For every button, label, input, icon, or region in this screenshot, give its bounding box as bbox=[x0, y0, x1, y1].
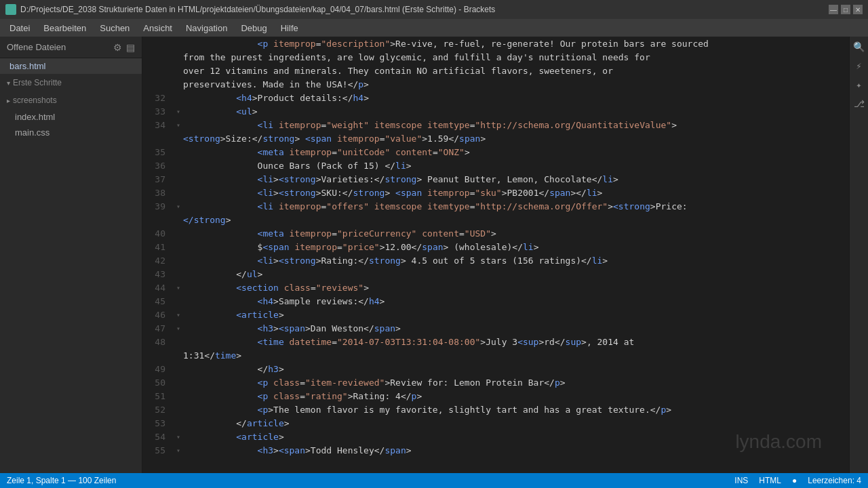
fold-button[interactable]: ▾ bbox=[174, 308, 183, 321]
sidebar-title: Offene Dateien bbox=[7, 42, 66, 52]
title-bar-text: D:/Projects/DE_2038 Strukturierte Daten … bbox=[20, 5, 495, 14]
close-button[interactable]: ✕ bbox=[853, 5, 863, 14]
menu-datei[interactable]: Datei bbox=[3, 19, 37, 37]
fold-button[interactable] bbox=[174, 348, 183, 362]
sidebar-section-screenshots[interactable]: ▸ screenshots bbox=[0, 92, 142, 109]
status-bar: Zeile 1, Spalte 1 — 100 Zeilen INS HTML … bbox=[0, 473, 868, 488]
fold-button[interactable]: ▾ bbox=[174, 281, 183, 294]
fold-button[interactable] bbox=[174, 403, 183, 416]
fold-button[interactable] bbox=[174, 375, 183, 389]
fold-button[interactable] bbox=[174, 362, 183, 375]
table-row: 43 </ul> bbox=[142, 267, 849, 281]
table-row: 55▾ <h3><span>Todd Hensley</span> bbox=[142, 443, 849, 457]
code-line-content: </ul> bbox=[183, 267, 849, 281]
right-icon-search[interactable]: 🔍 bbox=[852, 39, 867, 54]
fold-button[interactable] bbox=[174, 253, 183, 267]
maximize-button[interactable]: □ bbox=[841, 5, 850, 14]
fold-button[interactable] bbox=[174, 131, 183, 145]
table-row: 38 <li><strong>SKU:</strong> <span itemp… bbox=[142, 186, 849, 199]
code-scroll[interactable]: <p itemprop="description">Re-vive, re-fu… bbox=[142, 37, 849, 473]
table-row: 50 <p class="item-reviewed">Review for: … bbox=[142, 375, 849, 389]
fold-button[interactable] bbox=[174, 77, 183, 91]
fold-button[interactable]: ▾ bbox=[174, 104, 183, 118]
table-row: <p itemprop="description">Re-vive, re-fu… bbox=[142, 37, 849, 50]
code-line-content: <article> bbox=[183, 430, 849, 443]
code-line-content: <meta itemprop="unitCode" content="ONZ"> bbox=[183, 145, 849, 159]
code-line-content: <h4>Sample reviews:</h4> bbox=[183, 294, 849, 308]
status-ins[interactable]: INS bbox=[734, 476, 748, 485]
table-row: 46▾ <article> bbox=[142, 308, 849, 321]
menu-navigation[interactable]: Navigation bbox=[179, 19, 234, 37]
menu-bearbeiten[interactable]: Bearbeiten bbox=[37, 19, 93, 37]
fold-button[interactable] bbox=[174, 159, 183, 172]
sidebar-settings-button[interactable]: ⚙ bbox=[113, 42, 122, 53]
code-line-content: </strong> bbox=[183, 213, 849, 226]
table-row: 37 <li><strong>Varieties:</strong> Peanu… bbox=[142, 172, 849, 186]
sidebar-file-bars[interactable]: bars.html bbox=[0, 58, 142, 74]
sidebar-add-button[interactable]: ▤ bbox=[126, 42, 135, 53]
menu-ansicht[interactable]: Ansicht bbox=[136, 19, 179, 37]
status-html[interactable]: HTML bbox=[759, 476, 781, 485]
code-line-content: $<span itemprop="price">12.00</span> (wh… bbox=[183, 240, 849, 253]
code-line-content: 1:31</time> bbox=[183, 348, 849, 362]
table-row: from the purest ingredients, are low gly… bbox=[142, 50, 849, 64]
fold-button[interactable] bbox=[174, 37, 183, 50]
table-row: 53 </article> bbox=[142, 416, 849, 430]
chevron-icon: ▾ bbox=[7, 79, 10, 87]
fold-button[interactable]: ▾ bbox=[174, 118, 183, 131]
table-row: 51 <p class="rating">Rating: 4</p> bbox=[142, 389, 849, 403]
editor-area: <p itemprop="description">Re-vive, re-fu… bbox=[142, 37, 849, 473]
sidebar-item-index[interactable]: index.html bbox=[0, 109, 142, 125]
fold-button[interactable]: ▾ bbox=[174, 443, 183, 457]
code-line-content: <p class="rating">Rating: 4</p> bbox=[183, 389, 849, 403]
table-row: 36 Ounce Bars (Pack of 15) </li> bbox=[142, 159, 849, 172]
right-icon-git[interactable]: ⎇ bbox=[852, 96, 867, 111]
fold-button[interactable] bbox=[174, 226, 183, 240]
fold-button[interactable] bbox=[174, 267, 183, 281]
code-line-content: <li itemprop="weight" itemscope itemtype… bbox=[183, 118, 849, 131]
fold-button[interactable] bbox=[174, 416, 183, 430]
fold-button[interactable] bbox=[174, 172, 183, 186]
sidebar-section-erste[interactable]: ▾ Erste Schritte bbox=[0, 74, 142, 92]
code-line-content: <li><strong>Rating:</strong> 4.5 out of … bbox=[183, 253, 849, 267]
code-line-content: <li><strong>Varieties:</strong> Peanut B… bbox=[183, 172, 849, 186]
code-line-content: <time datetime="2014-07-03T13:31:04-08:0… bbox=[183, 335, 849, 348]
fold-button[interactable] bbox=[174, 294, 183, 308]
fold-button[interactable] bbox=[174, 240, 183, 253]
code-line-content: over 12 vitamins and minerals. They cont… bbox=[183, 64, 849, 77]
table-row: 40 <meta itemprop="priceCurrency" conten… bbox=[142, 226, 849, 240]
right-icon-live[interactable]: ⚡ bbox=[852, 58, 867, 73]
status-encoding: ● bbox=[792, 476, 797, 485]
fold-button[interactable] bbox=[174, 145, 183, 159]
fold-button[interactable] bbox=[174, 389, 183, 403]
fold-button[interactable] bbox=[174, 64, 183, 77]
code-line-content: <ul> bbox=[183, 104, 849, 118]
code-line-content: <article> bbox=[183, 308, 849, 321]
right-icon-extract[interactable]: ✦ bbox=[852, 77, 867, 92]
fold-button[interactable]: ▾ bbox=[174, 321, 183, 335]
menu-hilfe[interactable]: Hilfe bbox=[274, 19, 305, 37]
fold-button[interactable]: ▾ bbox=[174, 199, 183, 213]
table-row: 42 <li><strong>Rating:</strong> 4.5 out … bbox=[142, 253, 849, 267]
fold-button[interactable] bbox=[174, 50, 183, 64]
table-row: 48 <time datetime="2014-07-03T13:31:04-0… bbox=[142, 335, 849, 348]
menu-debug[interactable]: Debug bbox=[234, 19, 273, 37]
code-line-content: preservatives. Made in the USA!</p> bbox=[183, 77, 849, 91]
code-line-content: <p class="item-reviewed">Review for: Lem… bbox=[183, 375, 849, 389]
table-row: </strong> bbox=[142, 213, 849, 226]
fold-button[interactable] bbox=[174, 186, 183, 199]
sidebar-item-main[interactable]: main.css bbox=[0, 125, 142, 140]
fold-button[interactable] bbox=[174, 91, 183, 104]
code-line-content: <strong>Size:</strong> <span itemprop="v… bbox=[183, 131, 849, 145]
fold-button[interactable] bbox=[174, 335, 183, 348]
table-row: 32 <h4>Product details:</h4> bbox=[142, 91, 849, 104]
fold-button[interactable] bbox=[174, 213, 183, 226]
fold-button[interactable]: ▾ bbox=[174, 430, 183, 443]
minimize-button[interactable]: — bbox=[829, 5, 838, 14]
menu-suchen[interactable]: Suchen bbox=[93, 19, 136, 37]
status-indent[interactable]: Leerzeichen: 4 bbox=[808, 476, 861, 485]
menu-bar: Datei Bearbeiten Suchen Ansicht Navigati… bbox=[0, 19, 868, 37]
code-line-content: <h3><span>Dan Weston</span> bbox=[183, 321, 849, 335]
table-row: 41 $<span itemprop="price">12.00</span> … bbox=[142, 240, 849, 253]
sidebar-erste-label: Erste Schritte bbox=[13, 78, 62, 87]
